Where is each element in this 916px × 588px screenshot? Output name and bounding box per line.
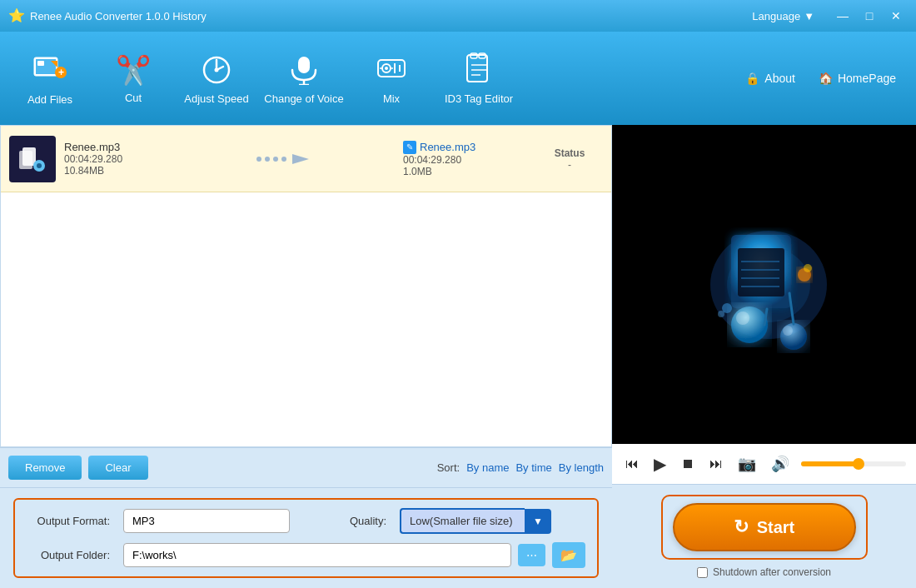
quality-dropdown-button[interactable]: ▼ [525,509,551,534]
language-selector[interactable]: Language ▼ [752,10,814,22]
clear-button[interactable]: Clear [88,456,147,480]
minimize-button[interactable]: — [831,6,854,26]
bottom-bar: Remove Clear Sort: By name By time By le… [0,447,612,487]
toolbar-adjust-speed[interactable]: Adjust Speed [175,41,258,116]
settings-box: Output Format: MP3 WAV AAC FLAC OGG WMA … [13,498,599,578]
output-format-label: Output Format: [27,515,110,527]
adjust-speed-icon [200,52,233,87]
settings-panel: Output Format: MP3 WAV AAC FLAC OGG WMA … [0,487,612,588]
source-size: 10.84MB [64,165,164,177]
output-duration: 00:04:29.280 [403,154,536,166]
homepage-button[interactable]: 🏠 HomePage [807,67,908,90]
svg-point-9 [215,68,219,72]
sort-section: Sort: By name By time By length [437,461,604,474]
preview-area [612,125,916,444]
play-button[interactable]: ▶ [650,452,670,476]
maximize-button[interactable]: □ [858,6,881,26]
output-format-select[interactable]: MP3 WAV AAC FLAC OGG WMA [123,509,290,533]
id3-tag-editor-label: ID3 Tag Editor [445,92,513,105]
toolbar-add-files[interactable]: + Add Files [8,41,92,116]
change-of-voice-label: Change of Voice [264,92,343,105]
app-logo: ⭐ [8,7,25,24]
svg-rect-2 [37,61,44,66]
language-dropdown-icon: ▼ [804,10,814,22]
sort-by-time-button[interactable]: By time [515,461,551,474]
file-list-area: Renee.mp3 00:04:29.280 10.84MB ✎ [0,125,612,447]
cut-label: Cut [125,92,142,104]
toolbar-right: 🔒 About 🏠 HomePage [734,67,908,90]
table-row[interactable]: Renee.mp3 00:04:29.280 10.84MB ✎ [1,126,611,192]
shutdown-row: Shutdown after conversion [697,566,831,578]
svg-text:+: + [58,67,64,78]
homepage-label: HomePage [838,72,896,85]
about-button[interactable]: 🔒 About [734,67,807,90]
close-button[interactable]: ✕ [884,6,908,26]
svg-point-46 [783,326,793,336]
svg-point-31 [265,157,270,162]
status-label: Status [536,147,603,159]
source-filename: Renee.mp3 [64,141,164,153]
remove-button[interactable]: Remove [8,456,82,480]
folder-input[interactable] [123,543,511,567]
quality-label: Quality: [303,515,386,527]
edit-icon: ✎ [403,141,416,154]
toolbar-cut[interactable]: ✂️ Cut [92,41,175,116]
svg-point-50 [804,264,812,272]
skip-forward-button[interactable]: ⏭ [706,455,726,473]
shutdown-label: Shutdown after conversion [713,566,831,578]
svg-rect-10 [298,57,310,73]
folder-open-button[interactable]: 📂 [552,542,585,568]
title-bar-controls: Language ▼ — □ ✕ [752,6,908,26]
convert-arrow [164,151,403,167]
mix-label: Mix [383,92,400,105]
file-thumbnail [9,136,56,182]
skip-back-button[interactable]: ⏮ [622,455,642,473]
toolbar-mix[interactable]: Mix [350,41,433,116]
home-icon: 🏠 [819,72,833,85]
sort-label: Sort: [437,461,460,474]
right-panel: ⏮ ▶ ⏹ ⏭ 📷 🔊 ↻ Start Shutdown after conve… [612,125,916,588]
svg-point-29 [37,163,42,168]
stop-button[interactable]: ⏹ [678,455,698,473]
status-value: - [536,159,603,171]
toolbar-change-of-voice[interactable]: Change of Voice [258,41,350,116]
svg-rect-20 [467,55,487,82]
quality-select-wrap: Low(Smaller file size) Medium High Very … [400,508,551,534]
folder-browse-button[interactable]: ⋯ [518,544,545,566]
output-folder-label: Output Folder: [27,549,110,561]
svg-rect-38 [738,248,784,296]
svg-rect-27 [19,151,32,169]
refresh-icon: ↻ [734,516,749,538]
title-bar: ⭐ Renee Audio Converter 1.0.0 History La… [0,0,916,32]
app-title: Renee Audio Converter 1.0.0 History [30,10,752,22]
svg-point-33 [281,157,286,162]
add-files-label: Add Files [27,93,72,106]
toolbar: + Add Files ✂️ Cut Adjust Speed [0,32,916,125]
svg-point-30 [256,157,261,162]
svg-point-15 [385,67,388,70]
start-label: Start [757,518,795,537]
start-button[interactable]: ↻ Start [673,503,856,551]
source-duration: 00:04:29.280 [64,153,164,165]
music-visual [681,210,848,360]
add-files-icon: + [32,51,67,88]
shutdown-checkbox[interactable] [697,567,708,578]
sort-by-length-button[interactable]: By length [559,461,604,474]
quality-select[interactable]: Low(Smaller file size) Medium High Very … [400,508,525,534]
player-controls: ⏮ ▶ ⏹ ⏭ 📷 🔊 [612,444,916,484]
volume-slider-thumb[interactable] [853,458,864,470]
change-of-voice-icon [287,52,321,87]
screenshot-button[interactable]: 📷 [734,453,759,475]
svg-point-52 [718,311,724,317]
start-section: ↻ Start Shutdown after conversion [612,484,916,588]
file-source-info: Renee.mp3 00:04:29.280 10.84MB [64,141,164,177]
toolbar-id3-tag-editor[interactable]: ID3 Tag Editor [433,41,525,116]
lock-icon: 🔒 [745,72,759,85]
sort-by-name-button[interactable]: By name [466,461,509,474]
svg-point-43 [731,306,768,343]
folder-row: Output Folder: ⋯ 📂 [27,542,585,568]
about-label: About [764,72,795,85]
file-status: Status - [536,147,603,171]
folder-input-row: ⋯ 📂 [123,542,585,568]
svg-marker-34 [292,154,309,164]
